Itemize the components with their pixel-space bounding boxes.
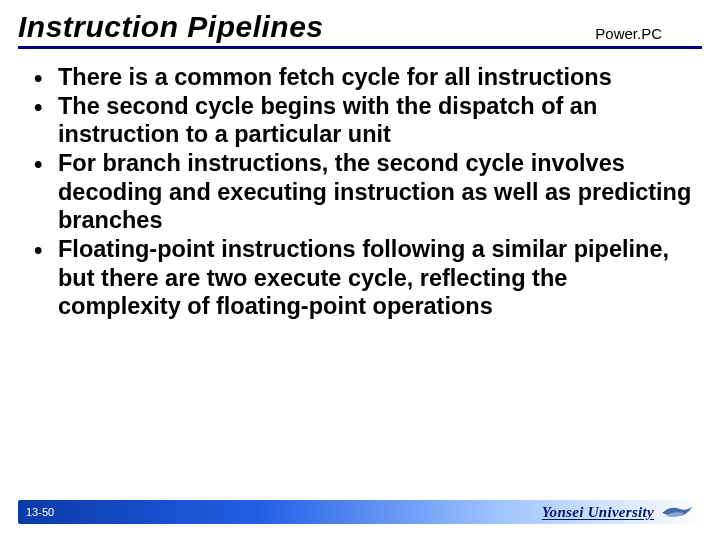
slide-content: There is a common fetch cycle for all in… [18, 49, 702, 321]
footer-bar: 13-50 Yonsei University [18, 500, 702, 524]
list-item: The second cycle begins with the dispatc… [30, 92, 692, 149]
university-name: Yonsei University [542, 504, 654, 521]
slide: Instruction Pipelines Power.PC There is … [0, 0, 720, 540]
eagle-icon [660, 503, 694, 521]
university-wrap: Yonsei University [542, 503, 694, 521]
slide-subtitle: Power.PC [595, 25, 702, 44]
slide-number: 13-50 [26, 506, 54, 518]
slide-header: Instruction Pipelines Power.PC [18, 10, 702, 49]
list-item: Floating-point instructions following a … [30, 235, 692, 321]
list-item: There is a common fetch cycle for all in… [30, 63, 692, 92]
slide-footer: 13-50 Yonsei University [0, 500, 720, 524]
list-item: For branch instructions, the second cycl… [30, 149, 692, 235]
bullet-list: There is a common fetch cycle for all in… [30, 63, 692, 321]
slide-title: Instruction Pipelines [18, 10, 324, 44]
